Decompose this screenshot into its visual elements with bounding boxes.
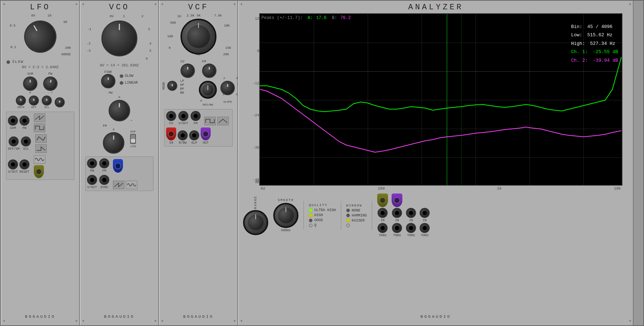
vco-pw-port[interactable] [87, 158, 97, 168]
analyzer-corner-br[interactable]: + [629, 319, 631, 324]
vcf-mode-knob[interactable] [167, 81, 177, 91]
analyzer-corner-tl[interactable]: + [240, 2, 243, 7]
vco-sync-port[interactable] [99, 175, 109, 185]
lfo-scale-05: 0.5 [10, 24, 15, 28]
vco-linear-radio[interactable] [120, 81, 123, 85]
quality-ultra-radio[interactable] [309, 209, 312, 212]
vcf-res-zero: 0 [200, 99, 202, 102]
lfo-wave-square-btn[interactable] [34, 124, 45, 132]
analyzer-info-box: Bin: 45 / 4096 Low: 515.62 Hz High: 527.… [571, 23, 618, 65]
analyzer-in2-port[interactable] [392, 208, 402, 218]
lfo-scl-port[interactable] [21, 136, 31, 146]
vcf-corner-br[interactable]: + [233, 319, 236, 324]
lfo-extra-knob[interactable] [55, 97, 65, 107]
vco-fm-port-label: FM [102, 169, 106, 173]
lfo-pw-knob[interactable] [42, 75, 59, 92]
lfo-slow-radio[interactable] [6, 60, 10, 64]
analyzer-corner-tr[interactable]: + [629, 2, 631, 7]
analyzer-in3-port[interactable] [406, 208, 416, 218]
lfo-corner-tr[interactable]: + [75, 2, 78, 7]
vcf-rbw-port[interactable] [178, 130, 188, 140]
analyzer-in1-connector[interactable] [377, 194, 388, 207]
vcf-res-label: RES/BW [203, 103, 213, 106]
analyzer-in4-port[interactable] [420, 208, 430, 218]
lfo-offsm-port[interactable] [9, 136, 19, 146]
analyzer-thru1-port[interactable] [378, 223, 388, 233]
vco-pw-knob[interactable] [109, 100, 130, 121]
vco-freq-knob[interactable] [101, 20, 137, 56]
vco-pw-zero: 0 [119, 96, 120, 99]
vco-corner-tl[interactable]: + [82, 2, 85, 7]
vco-corner-br[interactable]: + [154, 319, 157, 324]
vcf-slope-knob[interactable] [220, 81, 235, 95]
vcf-corner-tl[interactable]: + [161, 2, 164, 7]
vco-conn-row2 [113, 181, 137, 189]
vco-corner-bl[interactable]: + [82, 319, 85, 324]
vcf-lp-label: LP [180, 79, 184, 83]
vco-port-pw: PW [87, 158, 97, 173]
vco-wave-saw-btn[interactable] [113, 181, 124, 189]
vco-explin-switch[interactable] [130, 134, 136, 144]
vco-fm-connector[interactable] [113, 159, 123, 173]
lfo-pw-port-label: PW [23, 126, 27, 130]
lfo-reset-port[interactable] [19, 159, 29, 169]
vco-fine-label: FINE [104, 70, 112, 74]
window-hamming-radio[interactable] [346, 214, 350, 217]
vcf-in-connector[interactable] [166, 127, 176, 140]
vco-voct-port[interactable] [87, 175, 97, 185]
vcf-cv-port[interactable] [166, 111, 176, 121]
vco-fine-knob[interactable] [101, 74, 115, 88]
lfo-wave-saw-btn[interactable] [34, 113, 45, 122]
lfo-pw-port[interactable] [19, 116, 29, 126]
lfo-off-knob[interactable] [29, 96, 39, 106]
lfo-voct-port[interactable] [8, 159, 18, 169]
vcf-cutoff-knob[interactable] [181, 19, 216, 55]
lfo-corner-br[interactable]: + [75, 319, 78, 324]
vco-brand: BOGAUDIO [104, 315, 135, 319]
lfo-wave-tri-btn[interactable] [35, 134, 47, 143]
vco-fm-label: FM [103, 124, 107, 128]
lfo-sam-port[interactable] [8, 116, 18, 126]
vcf-corner-bl[interactable]: + [161, 319, 164, 324]
window-empty-radio[interactable] [346, 224, 350, 227]
vco-wave-sine-btn[interactable] [126, 181, 137, 189]
vcf-res-knob[interactable] [199, 81, 217, 99]
vcf-wave-sq-btn[interactable] [204, 117, 216, 125]
vcf-voct-port[interactable] [178, 111, 188, 121]
lfo-corner-bl[interactable]: + [3, 319, 5, 324]
lfo-corner-tl[interactable]: + [3, 2, 5, 7]
vcf-fm-knob[interactable] [202, 64, 216, 78]
vco-corner-tr[interactable]: + [154, 2, 157, 7]
analyzer-thru3-port[interactable] [406, 223, 416, 233]
window-none-radio[interactable] [346, 209, 350, 212]
analyzer-in1-port[interactable] [378, 208, 388, 218]
vcf-slp-port[interactable] [189, 130, 199, 140]
analyzer-thru2-port[interactable] [392, 223, 402, 233]
lfo-wave-sine-btn[interactable] [34, 155, 45, 164]
vcf-cv-knob[interactable] [181, 64, 195, 78]
vco-fm-port[interactable] [99, 158, 109, 168]
vco-slow-radio[interactable] [120, 74, 123, 78]
lfo-freq-knob[interactable] [18, 15, 63, 59]
vcf-fm-port[interactable] [191, 111, 201, 121]
vcf-wave-tri-btn[interactable] [217, 117, 229, 125]
quality-high-radio[interactable] [309, 214, 312, 217]
window-kaiser-radio[interactable] [346, 219, 350, 222]
vcf-corner-tr[interactable]: + [233, 2, 236, 7]
lfo-sine-connector[interactable] [34, 165, 44, 178]
vco-fm-knob[interactable] [103, 132, 124, 154]
quality-good-radio[interactable] [309, 219, 312, 222]
peaks-a-val: 17.6 [316, 15, 326, 20]
quality-q-radio[interactable] [309, 224, 312, 227]
vcf-scale-500: 500 [170, 21, 176, 25]
vcf-out-connector[interactable] [201, 127, 211, 140]
lfo-smth-knob[interactable] [16, 96, 26, 106]
lfo-scl-knob[interactable] [42, 96, 52, 106]
lfo-wave-ramp-btn[interactable] [35, 144, 47, 153]
lfo-sam-knob[interactable] [23, 76, 37, 91]
analyzer-thru4-port[interactable] [420, 223, 430, 233]
analyzer-in2-connector[interactable] [392, 194, 402, 207]
analyzer-corner-bl[interactable]: + [240, 319, 243, 324]
analyzer-range-knob[interactable] [243, 210, 268, 235]
analyzer-smooth-knob[interactable] [273, 203, 298, 228]
